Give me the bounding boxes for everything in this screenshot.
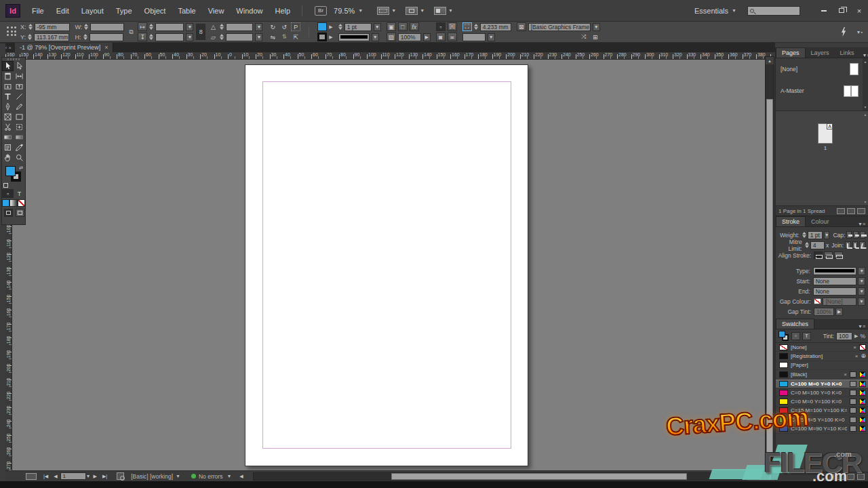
paragraph-style-badge[interactable]: P	[291, 22, 300, 31]
menu-window[interactable]: Window	[230, 5, 269, 17]
mini-fill-stroke-proxy[interactable]	[778, 331, 789, 342]
gradient-swatch-tool[interactable]	[2, 132, 14, 142]
panel-menu-icon[interactable]: ▼≡	[855, 324, 868, 329]
projecting-cap-icon[interactable]	[860, 231, 865, 239]
align-stroke-outside-icon[interactable]	[834, 251, 843, 259]
shear-stepper[interactable]	[220, 34, 224, 40]
delete-page-icon[interactable]	[857, 208, 865, 214]
tab-swatches[interactable]: Swatches	[776, 319, 814, 329]
bridge-button[interactable]: Br	[315, 6, 327, 16]
gap-colour-dropdown[interactable]: [None]	[823, 298, 856, 306]
chevron-down-icon[interactable]: ▼	[593, 23, 600, 31]
selection-tool[interactable]	[2, 61, 14, 71]
butt-cap-icon[interactable]	[846, 231, 852, 239]
swatch-row[interactable]: [None]×	[776, 343, 868, 352]
swatch-row[interactable]: [Paper]	[776, 361, 868, 370]
swap-style-icon[interactable]: ⤨	[579, 33, 589, 41]
chevron-down-icon[interactable]: ▼	[186, 33, 193, 41]
scissors-tool[interactable]	[2, 122, 14, 132]
scroll-left-icon[interactable]: ◀	[237, 474, 245, 479]
zoom-level-dropdown[interactable]: 79.5% ▼	[334, 7, 363, 15]
flip-vertical-icon[interactable]: ⥮	[279, 33, 289, 41]
round-join-icon[interactable]	[852, 241, 859, 249]
corner-shape-dropdown[interactable]	[462, 33, 486, 41]
fill-color-swatch[interactable]	[317, 22, 327, 31]
document-page[interactable]	[245, 64, 528, 466]
menu-layout[interactable]: Layout	[75, 5, 110, 17]
formatting-affects-text-icon[interactable]: T	[14, 189, 25, 198]
chevron-down-icon[interactable]: ▶	[329, 24, 332, 30]
chevron-down-icon[interactable]: ▼	[226, 474, 231, 479]
rectangle-tool[interactable]	[14, 112, 25, 122]
x-stepper[interactable]	[28, 24, 33, 30]
chevron-down-icon[interactable]: ▼	[858, 277, 865, 285]
normal-view-mode-button[interactable]	[4, 209, 13, 217]
panel-menu-icon[interactable]: ▼≡	[860, 53, 868, 58]
chevron-right-icon[interactable]: ▶	[854, 333, 858, 339]
end-dropdown[interactable]: None	[813, 287, 857, 296]
width-field[interactable]	[90, 23, 124, 31]
menu-object[interactable]: Object	[138, 5, 172, 17]
menu-file[interactable]: File	[26, 5, 50, 17]
object-style-dropdown[interactable]: [Basic Graphics Frame]+	[528, 23, 591, 31]
quick-apply-grid-icon[interactable]: ⊞	[591, 33, 600, 41]
tab-layers[interactable]: Layers	[806, 48, 835, 58]
apply-gradient-button[interactable]	[9, 199, 17, 207]
masters-scrollbar[interactable]: ▲▼	[863, 58, 868, 110]
tab-stroke[interactable]: Stroke	[776, 216, 806, 226]
screen-mode-dropdown[interactable]: ▼	[406, 7, 425, 15]
note-tool[interactable]	[2, 142, 14, 152]
wrap-none-icon[interactable]: ▫	[436, 22, 446, 31]
scale-y-stepper[interactable]	[149, 34, 153, 40]
document-tab[interactable]: -1 @ 79% [Overprint Preview] ×	[15, 43, 113, 52]
scale-y-field[interactable]	[155, 33, 184, 41]
panel-menu-icon[interactable]: ▼≡	[855, 222, 868, 226]
stroke-color-swatch[interactable]	[317, 33, 327, 41]
effects-icon[interactable]: ▣	[387, 22, 396, 31]
tab-colour[interactable]: Colour	[806, 217, 835, 226]
horizontal-scrollbar-thumb[interactable]	[391, 473, 687, 480]
y-position-field[interactable]: 113.167 mm	[34, 33, 69, 41]
chevron-down-icon[interactable]: ▼	[858, 287, 865, 296]
free-transform-tool[interactable]	[14, 122, 25, 132]
rotate-ccw-icon[interactable]: ↺	[279, 22, 289, 31]
quick-apply-lightning-icon[interactable]	[841, 27, 847, 37]
formatting-affects-container-icon[interactable]: ▫	[2, 189, 14, 198]
panel-grip-icon[interactable]	[7, 58, 21, 60]
chevron-down-icon[interactable]: ▼	[488, 33, 495, 41]
page-1-thumbnail-icon[interactable]: A	[818, 123, 833, 144]
pen-tool[interactable]	[2, 102, 14, 112]
chevron-down-icon[interactable]: ▼	[824, 231, 829, 239]
align-stroke-inside-icon[interactable]	[824, 251, 833, 259]
opacity-icon[interactable]: ▨	[387, 33, 396, 41]
rotation-angle-field[interactable]	[226, 23, 253, 31]
current-page-field[interactable]: 1	[60, 472, 86, 480]
horizontal-scrollbar[interactable]	[253, 472, 747, 481]
flip-horizontal-icon[interactable]: ⇋	[268, 33, 277, 41]
close-button[interactable]: ×	[850, 5, 868, 17]
chevron-down-icon[interactable]: ▶	[329, 35, 332, 40]
search-input[interactable]	[747, 6, 800, 16]
menu-help[interactable]: Help	[269, 5, 296, 17]
scale-x-stepper[interactable]	[149, 24, 153, 30]
select-content-icon[interactable]: ⇱	[291, 33, 300, 41]
corner-size-field[interactable]: 4.233 mm	[480, 23, 511, 31]
menu-type[interactable]: Type	[110, 5, 138, 17]
line-tool[interactable]	[14, 92, 25, 102]
first-page-icon[interactable]: |◀	[41, 474, 51, 479]
y-stepper[interactable]	[28, 34, 32, 40]
direct-selection-tool[interactable]	[14, 61, 25, 71]
container-formatting-icon[interactable]: ▫	[791, 332, 800, 340]
close-tab-icon[interactable]: ×	[104, 44, 108, 51]
rectangle-frame-tool[interactable]	[2, 112, 14, 122]
page-tool[interactable]	[2, 71, 14, 81]
gradient-feather-tool[interactable]	[14, 132, 25, 142]
chevron-down-icon[interactable]: ▼	[372, 33, 379, 41]
rotation-stepper[interactable]	[220, 24, 224, 30]
view-options-dropdown[interactable]: ▼	[377, 7, 396, 15]
constrain-scale-link-icon[interactable]: 8	[196, 24, 205, 40]
gap-tool[interactable]	[14, 71, 25, 81]
menu-table[interactable]: Table	[172, 5, 201, 17]
weight-stepper[interactable]	[802, 232, 806, 238]
mitre-stepper[interactable]	[805, 242, 809, 248]
